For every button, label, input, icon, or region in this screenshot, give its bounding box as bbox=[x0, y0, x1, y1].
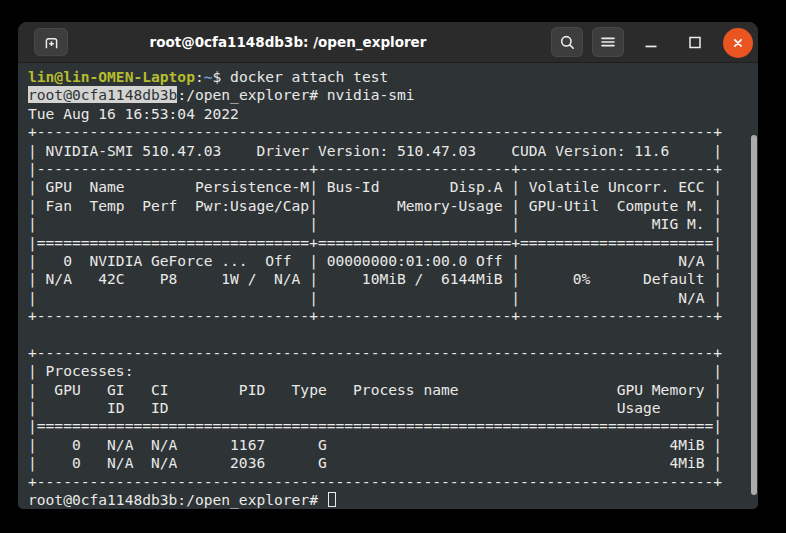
terminal-text: | 0 N/A N/A 2036 G 4MiB | bbox=[28, 454, 722, 471]
terminal-text: | | | MIG M. | bbox=[28, 215, 722, 232]
terminal-line: root@0cfa1148db3b:/open_explorer# bbox=[28, 491, 758, 509]
terminal-text: | 0 NVIDIA GeForce ... Off | 00000000:01… bbox=[28, 252, 722, 269]
terminal-text: | Fan Temp Perf Pwr:Usage/Cap| Memory-Us… bbox=[28, 197, 722, 214]
hamburger-icon bbox=[600, 34, 616, 50]
terminal-output: lin@lin-OMEN-Laptop:~$ docker attach tes… bbox=[28, 68, 758, 509]
terminal-text: | GPU Name Persistence-M| Bus-Id Disp.A … bbox=[28, 178, 722, 195]
menu-button[interactable] bbox=[592, 27, 624, 57]
close-button[interactable] bbox=[723, 28, 753, 58]
terminal-line: | | | MIG M. | bbox=[28, 215, 758, 233]
close-icon bbox=[730, 35, 746, 51]
terminal-line: +-------------------------------+-------… bbox=[28, 307, 758, 325]
selected-text: root@0cfa1148db3b bbox=[28, 86, 177, 103]
terminal-line: | Fan Temp Perf Pwr:Usage/Cap| Memory-Us… bbox=[28, 197, 758, 215]
terminal-line: +---------------------------------------… bbox=[28, 123, 758, 141]
minimize-button[interactable] bbox=[636, 27, 666, 57]
terminal-cursor bbox=[328, 492, 336, 507]
terminal-text: Tue Aug 16 16:53:04 2022 bbox=[28, 105, 239, 122]
terminal-line: |=======================================… bbox=[28, 417, 758, 435]
terminal-text: ~ bbox=[204, 68, 213, 85]
window-title: root@0cfa1148db3b: /open_explorer bbox=[78, 22, 498, 62]
terminal-text: $ docker attach test bbox=[213, 68, 389, 85]
new-tab-icon bbox=[43, 34, 60, 51]
minimize-icon bbox=[643, 34, 659, 50]
new-tab-button[interactable] bbox=[34, 28, 68, 56]
maximize-icon bbox=[687, 34, 703, 50]
terminal-text: +---------------------------------------… bbox=[28, 123, 722, 140]
terminal-text: :/open_explorer# nvidia-smi bbox=[177, 86, 414, 103]
terminal-text: +-------------------------------+-------… bbox=[28, 307, 722, 324]
titlebar[interactable]: root@0cfa1148db3b: /open_explorer bbox=[18, 22, 758, 63]
terminal-line: | N/A 42C P8 1W / N/A | 10MiB / 6144MiB … bbox=[28, 270, 758, 288]
terminal-text: | ID ID Usage | bbox=[28, 399, 722, 416]
search-icon bbox=[559, 34, 576, 51]
terminal-line: | Processes: | bbox=[28, 362, 758, 380]
maximize-button[interactable] bbox=[680, 27, 710, 57]
terminal-line: | GPU Name Persistence-M| Bus-Id Disp.A … bbox=[28, 178, 758, 196]
scrollbar-thumb[interactable] bbox=[751, 135, 757, 495]
terminal-text: | 0 N/A N/A 1167 G 4MiB | bbox=[28, 436, 722, 453]
terminal-text: | | | N/A | bbox=[28, 289, 722, 306]
search-button[interactable] bbox=[551, 27, 583, 57]
terminal-line: lin@lin-OMEN-Laptop:~$ docker attach tes… bbox=[28, 68, 758, 86]
terminal-line: | 0 NVIDIA GeForce ... Off | 00000000:01… bbox=[28, 252, 758, 270]
terminal-line: | 0 N/A N/A 1167 G 4MiB | bbox=[28, 436, 758, 454]
terminal-line: | 0 N/A N/A 2036 G 4MiB | bbox=[28, 454, 758, 472]
terminal-line: |===============================+=======… bbox=[28, 234, 758, 252]
terminal-text: lin@lin-OMEN-Laptop bbox=[28, 68, 195, 85]
terminal-text: | N/A 42C P8 1W / N/A | 10MiB / 6144MiB … bbox=[28, 270, 722, 287]
terminal-text: | GPU GI CI PID Type Process name GPU Me… bbox=[28, 381, 722, 398]
terminal-line: | | | N/A | bbox=[28, 289, 758, 307]
terminal-text: +---------------------------------------… bbox=[28, 473, 722, 490]
terminal-line: | ID ID Usage | bbox=[28, 399, 758, 417]
terminal-line bbox=[28, 325, 758, 343]
terminal-text: |=======================================… bbox=[28, 417, 722, 434]
terminal-text: : bbox=[195, 68, 204, 85]
terminal-text: root@0cfa1148db3b:/open_explorer# bbox=[28, 491, 327, 508]
terminal-line: +---------------------------------------… bbox=[28, 344, 758, 362]
terminal-line: | GPU GI CI PID Type Process name GPU Me… bbox=[28, 381, 758, 399]
terminal-line: +---------------------------------------… bbox=[28, 473, 758, 491]
terminal-text: | Processes: | bbox=[28, 362, 722, 379]
terminal-screen[interactable]: lin@lin-OMEN-Laptop:~$ docker attach tes… bbox=[18, 63, 758, 509]
terminal-line: |-------------------------------+-------… bbox=[28, 160, 758, 178]
terminal-line: | NVIDIA-SMI 510.47.03 Driver Version: 5… bbox=[28, 142, 758, 160]
terminal-text: |===============================+=======… bbox=[28, 234, 722, 251]
terminal-line: Tue Aug 16 16:53:04 2022 bbox=[28, 105, 758, 123]
terminal-window: root@0cfa1148db3b: /open_explorer bbox=[18, 22, 758, 509]
terminal-text: |-------------------------------+-------… bbox=[28, 160, 722, 177]
terminal-line: root@0cfa1148db3b:/open_explorer# nvidia… bbox=[28, 86, 758, 104]
terminal-text: | NVIDIA-SMI 510.47.03 Driver Version: 5… bbox=[28, 142, 722, 159]
terminal-text: +---------------------------------------… bbox=[28, 344, 722, 361]
